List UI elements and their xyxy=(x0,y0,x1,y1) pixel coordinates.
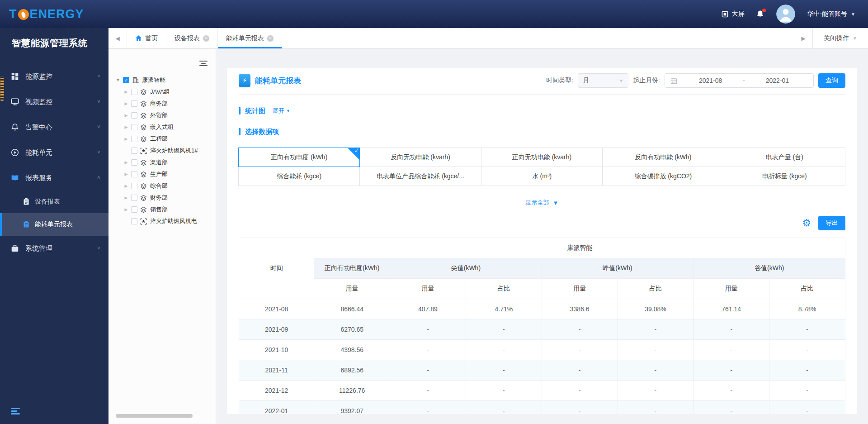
tree-horizontal-scrollbar[interactable] xyxy=(116,414,193,418)
tree-node[interactable]: 淬火炉助燃风机电 xyxy=(108,215,216,227)
filter-bar: 时间类型: 月 ▼ 起止月份: 2021 xyxy=(546,73,845,88)
tree-node-root[interactable]: ▼✓康派智能 xyxy=(108,74,216,86)
sidebar-item-report-service[interactable]: 报表服务˄ xyxy=(0,165,108,191)
caret-right-icon[interactable]: ▶ xyxy=(124,207,128,212)
data-item-button[interactable]: 水 (m³) xyxy=(481,167,603,186)
month-range-input[interactable]: 2021-08 - 2022-01 xyxy=(665,73,814,88)
tab-device-report[interactable]: 设备报表× xyxy=(166,28,218,48)
caret-right-icon[interactable]: ▶ xyxy=(124,101,128,106)
table-cell: 2021-12 xyxy=(239,381,314,401)
data-item-button[interactable]: 反向无功电能 (kvarh) xyxy=(359,148,481,167)
data-item-button[interactable]: 电表单位产品综合能耗 (kgce/... xyxy=(359,167,481,186)
tree-node[interactable]: ▶工程部 xyxy=(108,133,216,145)
data-item-button[interactable]: 正向有功电度 (kWh)✓ xyxy=(238,148,360,167)
caret-right-icon[interactable]: ▶ xyxy=(124,90,128,94)
export-button[interactable]: 导出 xyxy=(818,216,845,230)
table-cell: 4.71% xyxy=(466,299,542,319)
caret-down-icon[interactable]: ▼ xyxy=(116,78,120,82)
sidebar-item-label: 能源监控 xyxy=(25,72,52,81)
sidebar-item-alarm-center[interactable]: 告警中心˅ xyxy=(0,114,108,140)
tree-node[interactable]: ▶嵌入式组 xyxy=(108,121,216,133)
caret-right-icon[interactable]: ▶ xyxy=(124,195,128,200)
checkbox-checked[interactable]: ✓ xyxy=(123,77,129,83)
table-cell: - xyxy=(542,401,618,414)
tree-node[interactable]: ▶生产部 xyxy=(108,168,216,180)
checkbox-unchecked[interactable] xyxy=(131,195,137,201)
sidebar-item-energy-monitor[interactable]: 能源监控˅ xyxy=(0,64,108,89)
sidebar-item-video-monitor[interactable]: 视频监控˅ xyxy=(0,89,108,114)
tree-node[interactable]: ▶财务部 xyxy=(108,192,216,204)
chart-expand-toggle[interactable]: 展开 ▼ xyxy=(273,107,290,115)
sidebar-item-label: 视频监控 xyxy=(25,98,52,106)
caret-right-icon[interactable]: ▶ xyxy=(124,113,128,118)
caret-right-icon[interactable]: ▶ xyxy=(124,137,128,141)
tree-node[interactable]: ▶综合部 xyxy=(108,180,216,192)
table-subheader: 占比 xyxy=(769,279,845,299)
sidebar-item-energy-unit[interactable]: 能耗单元˅ xyxy=(0,140,108,165)
data-item-label: 正向有功电度 (kWh) xyxy=(271,153,327,162)
sidebar-item-system-manage[interactable]: 系统管理˅ xyxy=(0,236,108,261)
checkbox-unchecked[interactable] xyxy=(131,159,137,166)
caret-right-icon[interactable]: ▶ xyxy=(124,125,128,129)
tree-node[interactable]: ▶销售部 xyxy=(108,204,216,215)
caret-right-icon[interactable]: ▶ xyxy=(124,184,128,188)
tab-close-icon[interactable]: × xyxy=(267,35,274,42)
tab-unit-report[interactable]: 能耗单元报表× xyxy=(218,28,282,48)
checkbox-unchecked[interactable] xyxy=(131,112,137,119)
data-item-button[interactable]: 正向无功电能 (kvarh) xyxy=(481,148,603,167)
checkbox-unchecked[interactable] xyxy=(131,100,137,107)
tab-home[interactable]: 首页 xyxy=(127,28,166,48)
close-operations-dropdown[interactable]: 关闭操作 ▼ xyxy=(812,28,868,48)
checkbox-unchecked[interactable] xyxy=(131,171,137,177)
tabs-scroll-left-icon[interactable]: ◀ xyxy=(108,28,127,48)
checkbox-unchecked[interactable] xyxy=(131,218,137,224)
checkbox-unchecked[interactable] xyxy=(131,206,137,213)
checkbox-unchecked[interactable] xyxy=(131,89,137,95)
logo-text-suffix: ENERGY xyxy=(30,7,84,21)
settings-gear-icon[interactable]: ⚙ xyxy=(802,218,811,228)
checkbox-unchecked[interactable] xyxy=(131,124,137,130)
data-item-button[interactable]: 反向有功电能 (kWh) xyxy=(602,148,724,167)
tree-node[interactable]: ▶外贸部 xyxy=(108,110,216,121)
account-menu[interactable]: 华中-能管账号 ▼ xyxy=(807,10,855,18)
data-item-label: 电折标量 (kgce) xyxy=(762,172,807,181)
tree-node[interactable]: ▶商务部 xyxy=(108,98,216,110)
table-header-metric: 尖值(kWh) xyxy=(390,258,542,279)
table-cell: 2021-11 xyxy=(239,360,314,381)
tree-node[interactable]: 淬火炉助燃风机1# xyxy=(108,145,216,157)
caret-right-icon[interactable]: ▶ xyxy=(124,172,128,176)
expand-label: 展开 xyxy=(273,107,284,115)
scroll-indicator[interactable] xyxy=(0,76,4,101)
data-item-button[interactable]: 电折标量 (kgce) xyxy=(724,167,845,186)
checkbox-unchecked[interactable] xyxy=(131,148,137,154)
data-item-button[interactable]: 综合碳排放 (kgCO2) xyxy=(602,167,724,186)
notification-bell[interactable] xyxy=(756,10,764,19)
month-range-label: 起止月份: xyxy=(633,76,660,85)
avatar[interactable] xyxy=(776,5,795,24)
table-cell: - xyxy=(693,381,769,401)
checkbox-unchecked[interactable] xyxy=(131,136,137,142)
tree-collapse-icon[interactable] xyxy=(199,61,208,67)
sidebar-item-unit-report[interactable]: 能耗单元报表 xyxy=(0,213,108,236)
query-button[interactable]: 查询 xyxy=(818,73,845,88)
table-cell: - xyxy=(542,381,618,401)
checkbox-unchecked[interactable] xyxy=(131,183,137,189)
tabs-scroll-right-icon[interactable]: ▶ xyxy=(794,28,812,48)
time-type-select[interactable]: 月 ▼ xyxy=(578,73,628,88)
sidebar-collapse-toggle[interactable] xyxy=(11,408,20,416)
data-item-button[interactable]: 综合能耗 (kgce) xyxy=(238,167,360,186)
report-table: 时间康派智能正向有功电度(kWh)尖值(kWh)峰值(kWh)谷值(kWh)用量… xyxy=(239,238,845,414)
tree-node[interactable]: ▶渠道部 xyxy=(108,157,216,168)
show-all-toggle[interactable]: 显示全部 ▼ xyxy=(239,199,845,207)
table-cell: 6270.65 xyxy=(314,319,390,340)
table-subheader: 占比 xyxy=(466,279,542,299)
tree-node[interactable]: ▶JAVA组 xyxy=(108,86,216,98)
sidebar-item-device-report[interactable]: 设备报表 xyxy=(0,191,108,213)
report-card: ⚡ 能耗单元报表 时间类型: 月 ▼ 起止月份: xyxy=(227,68,857,414)
data-item-button[interactable]: 电表产量 (台) xyxy=(724,148,845,167)
big-screen-button[interactable]: 大屏 xyxy=(722,10,744,18)
tree-node-label: 销售部 xyxy=(150,205,168,214)
system-manage-icon xyxy=(11,244,20,253)
tab-close-icon[interactable]: × xyxy=(203,35,209,42)
caret-right-icon[interactable]: ▶ xyxy=(124,160,128,165)
